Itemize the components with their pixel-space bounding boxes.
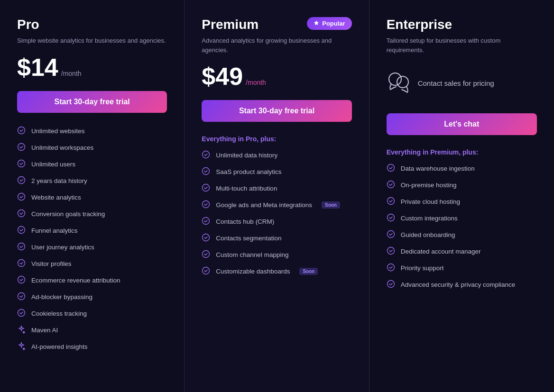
svg-marker-12 (314, 20, 319, 25)
feature-text: Custom integrations (401, 215, 458, 222)
price-amount: $14 (17, 55, 58, 80)
svg-point-17 (203, 218, 210, 225)
svg-point-13 (203, 151, 210, 158)
check-circle-icon (17, 275, 26, 285)
feature-item: Cookieless tracking (17, 309, 167, 319)
price-period: /month (246, 79, 266, 86)
feature-item: On-premise hosting (387, 180, 537, 190)
feature-item: Data warehouse ingestion (387, 164, 537, 173)
sparkle-icon (17, 325, 26, 335)
check-circle-icon (387, 213, 395, 223)
feature-text: Ad-blocker bypassing (31, 293, 92, 301)
plan-name: Pro (17, 17, 167, 32)
check-circle-icon (17, 309, 26, 319)
plan-name: Enterprise (387, 17, 537, 32)
chat-icon (387, 70, 418, 96)
svg-point-25 (387, 198, 394, 205)
feature-item: Unlimited websites (17, 126, 167, 136)
check-circle-icon (387, 263, 395, 273)
feature-item: Visitor profiles (17, 259, 167, 269)
svg-point-15 (203, 184, 210, 191)
section-label: Everything in Pro, plus: (202, 135, 351, 143)
feature-list: Data warehouse ingestion On-premise host… (387, 164, 537, 290)
check-circle-icon (17, 176, 26, 186)
soon-badge: Soon (322, 201, 340, 209)
feature-list: Unlimited websites Unlimited workspaces … (17, 126, 167, 352)
svg-point-4 (18, 193, 25, 200)
check-circle-icon (17, 126, 26, 136)
feature-text: User journey analytics (31, 244, 94, 251)
feature-item: Maven AI (17, 325, 167, 335)
feature-text: Unlimited websites (31, 128, 85, 135)
cta-button[interactable]: Let's chat (387, 113, 537, 135)
feature-text: Unlimited users (31, 161, 75, 168)
feature-text: AI-powered insights (31, 343, 88, 350)
feature-item: User journey analytics (17, 242, 167, 252)
feature-text: Visitor profiles (31, 260, 72, 267)
feature-item: Conversion goals tracking (17, 209, 167, 219)
check-circle-icon (17, 192, 26, 202)
feature-item: Advanced security & privacy compliance (387, 280, 537, 290)
feature-text: Conversion goals tracking (31, 210, 105, 218)
section-label: Everything in Premium, plus: (387, 148, 537, 156)
feature-text: 2 years data history (31, 177, 87, 184)
feature-item: Customizable dashboards Soon (202, 266, 351, 276)
svg-point-20 (203, 267, 210, 274)
plan-description: Advanced analytics for growing businesse… (202, 36, 351, 55)
check-circle-icon (202, 200, 210, 210)
check-circle-icon (387, 246, 395, 256)
feature-text: Contacts hub (CRM) (216, 218, 274, 225)
svg-point-24 (387, 181, 394, 188)
feature-item: SaaS product analytics (202, 167, 351, 177)
feature-text: Cookieless tracking (31, 310, 87, 317)
feature-text: Google ads and Meta integrations (216, 201, 312, 209)
feature-list: Unlimited data history SaaS product anal… (202, 150, 351, 276)
sparkle-icon (17, 342, 26, 352)
popular-label: Popular (322, 20, 345, 27)
svg-point-29 (387, 264, 394, 271)
feature-text: SaaS product analytics (216, 168, 281, 175)
svg-point-7 (18, 243, 25, 250)
check-circle-icon (202, 150, 210, 160)
check-circle-icon (202, 233, 210, 243)
feature-item: Multi-touch attribution (202, 183, 351, 193)
svg-point-10 (18, 292, 25, 300)
svg-point-28 (387, 247, 394, 255)
feature-item: AI-powered insights (17, 342, 167, 352)
check-circle-icon (202, 217, 210, 227)
svg-point-30 (387, 281, 394, 288)
feature-item: Contacts segmentation (202, 233, 351, 243)
feature-text: Ecommerce revenue attribution (31, 277, 120, 284)
feature-text: Funnel analytics (31, 227, 78, 234)
feature-item: Ecommerce revenue attribution (17, 275, 167, 285)
price-row: $49 /month (202, 64, 351, 89)
feature-text: Guided onboarding (401, 231, 455, 238)
check-circle-icon (387, 180, 395, 190)
check-circle-icon (387, 230, 395, 240)
popular-badge: Popular (307, 17, 351, 30)
svg-point-26 (387, 214, 394, 221)
price-row: $14 /month (17, 55, 167, 80)
feature-item: Unlimited data history (202, 150, 351, 160)
cta-button[interactable]: Start 30-day free trial (17, 91, 167, 113)
feature-item: Contacts hub (CRM) (202, 217, 351, 227)
price-amount: $49 (202, 64, 243, 89)
feature-text: On-premise hosting (401, 182, 457, 189)
check-circle-icon (202, 167, 210, 177)
cta-button[interactable]: Start 30-day free trial (202, 100, 351, 122)
plan-pro: ProSimple website analytics for business… (0, 0, 185, 392)
svg-point-18 (203, 234, 210, 241)
feature-text: Dedicated account manager (401, 248, 481, 255)
feature-item: Funnel analytics (17, 226, 167, 236)
check-circle-icon (17, 143, 26, 153)
feature-item: Priority support (387, 263, 537, 273)
feature-text: Customizable dashboards (216, 268, 290, 275)
feature-text: Custom channel mapping (216, 251, 288, 258)
check-circle-icon (202, 183, 210, 193)
svg-point-6 (18, 226, 25, 233)
svg-point-2 (18, 160, 25, 167)
feature-text: Website analytics (31, 194, 81, 201)
svg-point-14 (203, 168, 210, 175)
feature-text: Advanced security & privacy compliance (401, 281, 516, 288)
feature-item: Google ads and Meta integrations Soon (202, 200, 351, 210)
